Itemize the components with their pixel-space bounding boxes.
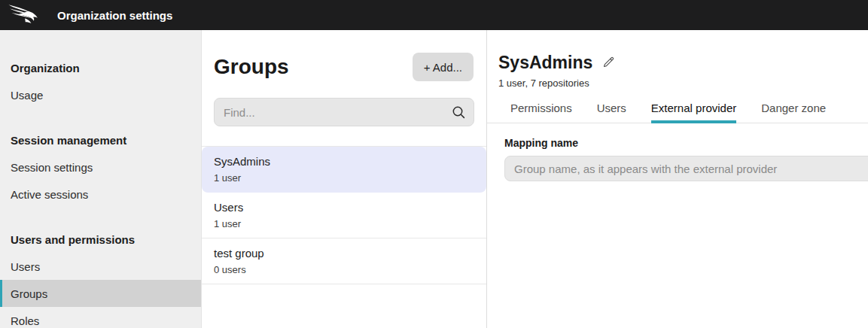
pencil-icon xyxy=(602,56,615,71)
group-list: SysAdmins 1 user Users 1 user test group… xyxy=(202,146,486,284)
sidebar-section-organization: Organization Usage xyxy=(0,54,201,108)
group-row-sysadmins[interactable]: SysAdmins 1 user xyxy=(202,147,486,193)
sidebar-section-session-management: Session management Session settings Acti… xyxy=(0,126,201,208)
tab-users[interactable]: Users xyxy=(597,102,626,123)
tab-danger-zone[interactable]: Danger zone xyxy=(761,102,826,123)
detail-subtitle: 1 user, 7 repositories xyxy=(498,77,868,89)
group-count: 0 users xyxy=(214,263,474,276)
main-layout: Organization Usage Session management Se… xyxy=(0,30,868,328)
falcon-logo-icon xyxy=(8,2,44,28)
sidebar: Organization Usage Session management Se… xyxy=(0,30,201,328)
group-search-input[interactable] xyxy=(214,98,474,126)
detail-title: SysAdmins xyxy=(498,53,592,73)
group-count: 1 user xyxy=(214,217,474,230)
group-name: SysAdmins xyxy=(214,153,474,169)
detail-tabs: Permissions Users External provider Dang… xyxy=(487,102,868,123)
sidebar-item-session-settings[interactable]: Session settings xyxy=(0,153,201,181)
edit-name-button[interactable] xyxy=(602,56,615,71)
detail-header: SysAdmins 1 user, 7 repositories xyxy=(487,30,868,89)
groups-title: Groups xyxy=(214,53,289,81)
mapping-name-input[interactable] xyxy=(504,156,868,181)
group-search xyxy=(214,98,474,126)
group-detail-panel: SysAdmins 1 user, 7 repositories Permiss… xyxy=(487,30,868,328)
sidebar-item-active-sessions[interactable]: Active sessions xyxy=(0,181,201,208)
topbar: Organization settings xyxy=(0,0,868,30)
add-group-button[interactable]: + Add... xyxy=(413,53,474,81)
sidebar-section-users-permissions: Users and permissions Users Groups Roles xyxy=(0,226,201,328)
groups-panel-header: Groups + Add... xyxy=(202,30,486,81)
group-count: 1 user xyxy=(214,172,474,184)
sidebar-header-users-permissions: Users and permissions xyxy=(0,226,201,253)
sidebar-item-groups[interactable]: Groups xyxy=(0,280,201,307)
tab-permissions[interactable]: Permissions xyxy=(510,102,572,123)
tab-external-provider[interactable]: External provider xyxy=(651,102,736,123)
sidebar-header-organization: Organization xyxy=(0,54,201,81)
mapping-name-label: Mapping name xyxy=(504,137,868,149)
group-row-users[interactable]: Users 1 user xyxy=(202,193,486,238)
page-title: Organization settings xyxy=(57,9,172,22)
group-name: Users xyxy=(214,199,474,215)
external-provider-content: Mapping name xyxy=(487,123,868,181)
sidebar-header-session-management: Session management xyxy=(0,126,201,153)
group-name: test group xyxy=(214,245,474,261)
sidebar-item-roles[interactable]: Roles xyxy=(0,307,201,328)
sidebar-item-users[interactable]: Users xyxy=(0,253,201,280)
group-row-test-group[interactable]: test group 0 users xyxy=(202,238,486,284)
sidebar-item-usage[interactable]: Usage xyxy=(0,81,201,108)
groups-panel: Groups + Add... SysAdmins 1 user Users 1… xyxy=(201,30,487,328)
